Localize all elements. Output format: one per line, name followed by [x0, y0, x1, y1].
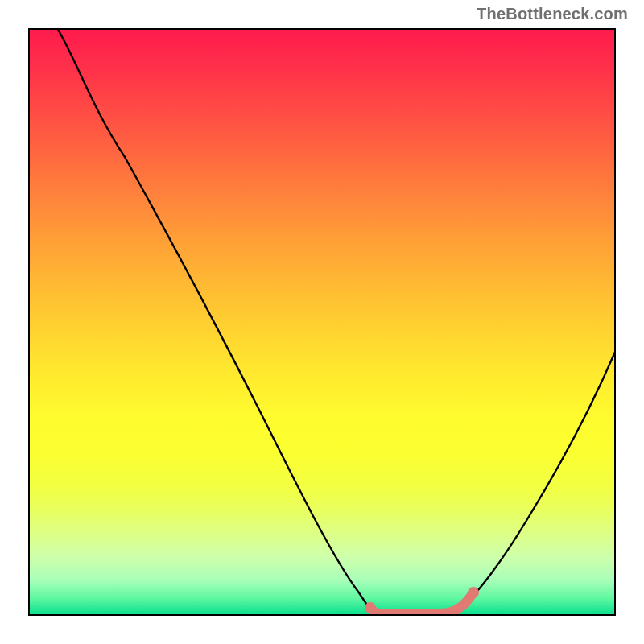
watermark-label: TheBottleneck.com [477, 5, 628, 23]
chart-stage: TheBottleneck.com [0, 0, 644, 644]
plot-background [28, 28, 616, 616]
